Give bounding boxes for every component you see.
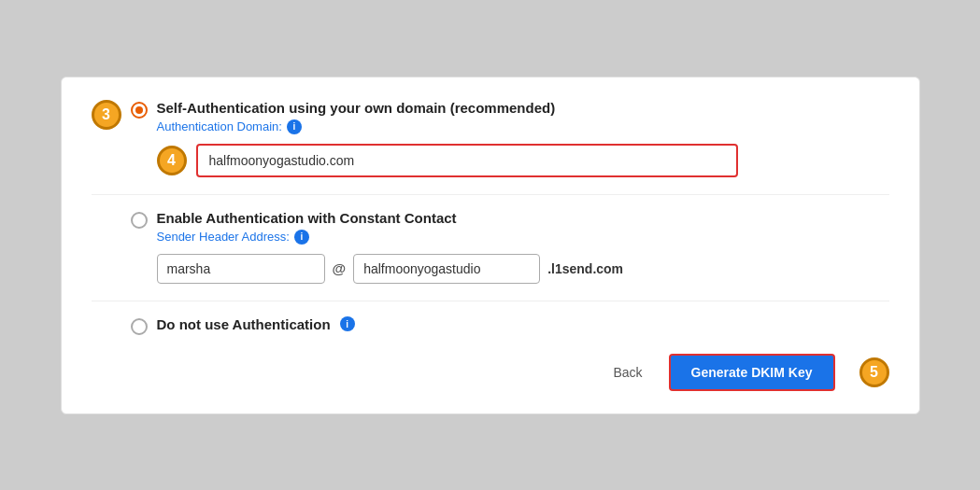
domain-suffix: .l1send.com — [547, 261, 623, 276]
auth-domain-info-icon[interactable]: i — [287, 119, 302, 134]
step3-badge: 3 — [92, 100, 121, 130]
no-auth-section: Do not use Authentication i — [92, 316, 889, 335]
divider1 — [92, 194, 889, 195]
divider2 — [92, 301, 889, 301]
constant-contact-title: Enable Authentication with Constant Cont… — [157, 210, 889, 226]
sender-domain-input[interactable] — [353, 254, 540, 284]
constant-contact-section: Enable Authentication with Constant Cont… — [92, 210, 889, 284]
self-auth-section: 3 Self-Authentication using your own dom… — [92, 100, 889, 177]
sender-header-info-icon[interactable]: i — [294, 230, 309, 245]
no-auth-title: Do not use Authentication — [157, 316, 331, 332]
sender-username-input[interactable] — [157, 254, 325, 284]
step4-row: 4 — [157, 144, 889, 177]
main-card: 3 Self-Authentication using your own dom… — [61, 77, 920, 414]
step4-badge: 4 — [157, 146, 187, 175]
footer-row: Back Generate DKIM Key 5 — [92, 354, 889, 391]
self-auth-radio[interactable] — [131, 102, 148, 119]
self-auth-subtitle: Authentication Domain: i — [157, 119, 889, 134]
generate-dkim-button[interactable]: Generate DKIM Key — [669, 354, 835, 391]
sender-header-label: Sender Header Address: i — [157, 230, 889, 245]
domain-input[interactable] — [196, 144, 738, 177]
constant-contact-content: Enable Authentication with Constant Cont… — [157, 210, 889, 284]
self-auth-content: Self-Authentication using your own domai… — [157, 100, 889, 177]
at-symbol: @ — [333, 260, 347, 276]
no-auth-radio[interactable] — [131, 318, 148, 335]
sender-row: @ .l1send.com — [157, 254, 889, 284]
constant-contact-radio[interactable] — [131, 212, 148, 229]
no-auth-content: Do not use Authentication i — [157, 316, 355, 332]
back-button[interactable]: Back — [602, 357, 653, 387]
no-auth-info-icon[interactable]: i — [340, 316, 355, 331]
step5-badge: 5 — [859, 357, 889, 387]
self-auth-title: Self-Authentication using your own domai… — [157, 100, 889, 116]
